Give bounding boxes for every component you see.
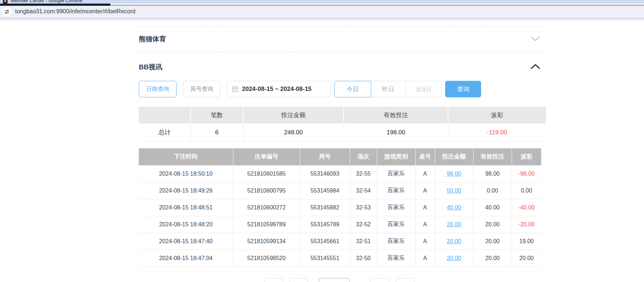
last-8-days-button[interactable]: 近8日 (406, 81, 441, 97)
cell-payout: -40.00 (512, 199, 541, 216)
bet-header-valid-bet: 有效投注 (473, 148, 512, 165)
cell-valid-bet: 98.00 (473, 165, 512, 182)
cell-table-no: A (415, 182, 435, 199)
cell-time: 2024-08-15 18:47:40 (139, 233, 233, 250)
cell-payout: -20.00 (512, 216, 541, 233)
yesterday-button[interactable]: 昨日 (371, 81, 406, 97)
bet-header-time: 下注时间 (139, 148, 233, 165)
cell-bet-amount: 20.00 (435, 250, 473, 267)
url-text[interactable]: tongbao31.com:9900/infe/mcenter/#/betRec… (15, 8, 135, 15)
bet-records-table: 下注时间注单编号局号场次游戏类别桌号投注金额有效投注派彩 2024-08-15 … (139, 148, 541, 267)
today-label: 今日 (347, 85, 359, 93)
pagination-next-button[interactable] (370, 278, 389, 282)
bet-header-session: 场次 (350, 148, 377, 165)
bet-amount-link[interactable]: 20.00 (447, 255, 461, 261)
cell-bet-no: 521810600272 (233, 199, 300, 216)
summary-header-count: 笔数 (191, 107, 243, 124)
cell-time: 2024-08-15 18:48:20 (139, 216, 233, 233)
bet-table-row: 2024-08-15 18:49:26521810600795553145984… (139, 182, 541, 199)
site-favicon-icon (3, 0, 8, 4)
site-settings-button[interactable] (2, 7, 12, 17)
cell-table-no: A (415, 216, 435, 233)
summary-valid-bet-value: 198.00 (344, 124, 448, 142)
cell-table-no: A (415, 199, 435, 216)
summary-table: 笔数 投注金额 有效投注 派彩 总计 6 248.00 198.00 -119.… (139, 107, 546, 142)
cell-valid-bet: 20.00 (473, 216, 512, 233)
summary-header-bet-amount: 投注金额 (243, 107, 344, 124)
chevron-down-icon[interactable] (530, 36, 540, 42)
cell-round-no: 553145882 (300, 199, 350, 216)
cell-bet-no: 521810599134 (233, 233, 300, 250)
summary-count-value: 6 (191, 124, 243, 142)
summary-header-blank (139, 107, 191, 124)
cell-session: 32-52 (350, 216, 377, 233)
cell-payout: 0.00 (512, 182, 541, 199)
cell-round-no: 553145661 (300, 233, 350, 250)
cell-bet-no: 521810598520 (233, 250, 300, 267)
cell-game: 百家乐 (377, 199, 415, 216)
search-label: 查询 (457, 85, 469, 93)
bet-table-row: 2024-08-15 18:47:04521810598520553145551… (139, 250, 541, 267)
date-range-input[interactable]: 2024-08-15 ~ 2024-08-15 (227, 81, 331, 97)
pagination-page-input[interactable] (319, 278, 350, 282)
section-title-bb-video[interactable]: BB视讯 (139, 63, 162, 72)
cell-game: 百家乐 (377, 233, 415, 250)
cell-game: 百家乐 (377, 250, 415, 267)
bet-header-bet-no: 注单编号 (233, 148, 300, 165)
pagination-jump-button[interactable] (396, 278, 415, 282)
cell-game: 百家乐 (377, 182, 415, 199)
cell-valid-bet: 20.00 (473, 233, 512, 250)
summary-payout-value: -119.00 (448, 124, 546, 142)
summary-header-row: 笔数 投注金额 有效投注 派彩 (139, 107, 546, 124)
bet-amount-link[interactable]: 98.00 (447, 171, 461, 177)
cell-payout: 20.00 (512, 250, 541, 267)
cell-time: 2024-08-15 18:48:51 (139, 199, 233, 216)
cell-round-no: 553145551 (300, 250, 350, 267)
pagination-page-button[interactable] (289, 278, 308, 282)
summary-header-valid-bet: 有效投注 (344, 107, 448, 124)
bet-amount-link[interactable]: 20.00 (447, 238, 461, 244)
bet-table-row: 2024-08-15 18:50:10521810601585553146093… (139, 165, 541, 182)
bet-header-round-no: 局号 (300, 148, 350, 165)
cell-valid-bet: 20.00 (473, 250, 512, 267)
cell-bet-no: 521810601585 (233, 165, 300, 182)
bet-amount-link[interactable]: 20.00 (447, 221, 461, 227)
bet-header-game: 游戏类别 (377, 148, 415, 165)
cell-valid-bet: 40.00 (473, 199, 512, 216)
pagination-prev-button[interactable] (265, 278, 283, 282)
cell-session: 32-55 (350, 165, 377, 182)
summary-total-row: 总计 6 248.00 198.00 -119.00 (139, 124, 546, 142)
cell-game: 百家乐 (377, 216, 415, 233)
round-query-label: 局号查询 (190, 85, 213, 93)
today-button[interactable]: 今日 (334, 81, 371, 97)
summary-total-label: 总计 (139, 124, 191, 142)
address-bar[interactable]: tongbao31.com:9900/infe/mcenter/#/betRec… (0, 6, 644, 18)
bet-amount-link[interactable]: 40.00 (447, 204, 461, 211)
cell-table-no: A (415, 233, 435, 250)
cell-time: 2024-08-15 18:50:10 (139, 165, 233, 182)
chevron-up-icon[interactable] (530, 64, 540, 69)
cell-bet-no: 521810599789 (233, 216, 300, 233)
cell-valid-bet: 0.00 (473, 182, 512, 199)
bet-table-row: 2024-08-15 18:47:40521810599134553145661… (139, 233, 541, 250)
bet-amount-link[interactable]: 50.00 (447, 188, 461, 194)
section-divider (139, 27, 542, 27)
cell-session: 32-53 (350, 199, 377, 216)
cell-session: 32-50 (350, 250, 377, 267)
cell-bet-amount: 98.00 (435, 165, 473, 182)
window-titlebar: Member Center - Google Chrome (0, 0, 644, 4)
calendar-icon (232, 86, 238, 92)
round-query-button[interactable]: 局号查询 (183, 81, 220, 97)
window-title: Member Center - Google Chrome (11, 0, 82, 3)
bet-table-header-row: 下注时间注单编号局号场次游戏类别桌号投注金额有效投注派彩 (139, 148, 541, 165)
quick-date-group: 今日 昨日 近8日 (334, 81, 442, 97)
cell-payout: 19.00 (512, 233, 541, 250)
cell-time: 2024-08-15 18:49:26 (139, 182, 233, 199)
cell-round-no: 553145789 (300, 216, 350, 233)
section-title-panda-sports[interactable]: 熊猫体育 (139, 34, 166, 44)
search-button[interactable]: 查询 (445, 81, 481, 97)
cell-payout: -98.00 (512, 165, 541, 182)
date-query-button[interactable]: 日期查询 (139, 81, 177, 97)
cell-round-no: 553145984 (300, 182, 350, 199)
tune-icon (4, 9, 9, 14)
